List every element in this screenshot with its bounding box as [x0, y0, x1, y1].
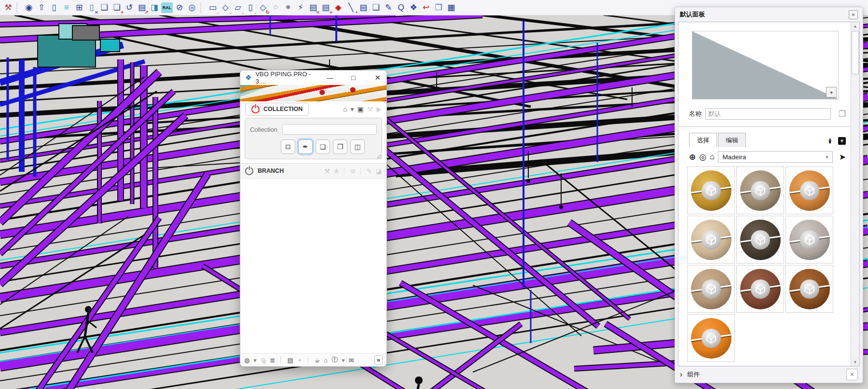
preview-zoom-button[interactable]: + [826, 87, 837, 97]
slab-convert-icon[interactable]: ▱→ [232, 1, 244, 14]
resize-grip-icon[interactable]: ◿ [377, 153, 381, 159]
open-folder-button[interactable]: ❒ [333, 139, 347, 154]
material-swatch-wood-dark-brown[interactable] [736, 216, 784, 264]
sample-target-icon[interactable]: ◎ [699, 152, 706, 162]
secondary-pane-icon[interactable]: + [838, 137, 846, 145]
select-frame-button[interactable]: ⊡ [281, 139, 295, 154]
eraser-icon[interactable]: ◪ [376, 167, 382, 175]
box-convert-icon[interactable]: ▯→ [244, 1, 257, 14]
tab-select[interactable]: 选择 [689, 133, 717, 147]
undo-restore-icon[interactable]: ↺ [123, 1, 136, 14]
material-swatch-wood-bright-orange[interactable] [687, 314, 735, 362]
shape-convert-icon[interactable]: ◇→ [219, 1, 232, 14]
pencil-icon[interactable]: ✎ [367, 167, 372, 175]
bend-arrow-icon[interactable]: ↩ [420, 1, 432, 14]
gift-icon[interactable]: ▣ [357, 105, 363, 113]
cubes-group-icon[interactable]: ❒ [432, 1, 445, 14]
play-icon[interactable]: ▶ [376, 105, 382, 113]
scrollbar-thumb[interactable] [852, 31, 859, 74]
settings-gears-icon[interactable]: ⚙⚙ [261, 357, 266, 364]
new-file-button[interactable]: ❏ [316, 139, 330, 154]
material-swatch-wood-golden-amber[interactable] [687, 167, 735, 214]
mail-icon[interactable]: ✉ [349, 357, 354, 364]
material-name-input[interactable] [705, 108, 831, 120]
cube-logo-icon [702, 230, 721, 250]
sample-paint-icon[interactable]: ✒ [826, 138, 835, 144]
doc-report-icon[interactable]: ❏ [98, 1, 110, 14]
scroll-down-button[interactable]: ▼ [851, 358, 859, 366]
shelf-layers-icon[interactable]: ≡ [60, 1, 73, 14]
language-globe-icon[interactable]: ◍ [244, 357, 249, 364]
save-button[interactable]: ◫ [350, 139, 365, 154]
trash-delete-icon[interactable]: ▯✕ [85, 1, 98, 14]
layers-diamond-icon[interactable]: ◆ [332, 1, 344, 14]
coffee-donate-icon[interactable]: ☕ [315, 357, 320, 364]
material-swatch-wood-orange[interactable] [785, 167, 833, 214]
list-log-icon[interactable]: ▤ [287, 357, 293, 364]
in-model-icon[interactable]: ⌂ [710, 152, 715, 162]
layer-rings-icon[interactable]: ◎ [186, 1, 198, 14]
plugin-connect-icon[interactable]: ✦ [297, 357, 303, 364]
material-swatch-wood-tan[interactable] [687, 265, 735, 313]
bulb-on-icon[interactable]: ⚫ [282, 1, 294, 14]
eyedropper-button[interactable]: ✒ [298, 139, 313, 154]
tag-label-icon[interactable]: ❖ [407, 1, 420, 14]
rect-convert-icon[interactable]: ▭→ [207, 1, 219, 14]
export-box-icon[interactable]: ▤↗ [136, 1, 148, 14]
store-icon[interactable]: ⌂ [324, 357, 328, 364]
dialog-titlebar[interactable]: ❖ VBO PIPING PRO - 3.... — □ ✕ [240, 70, 386, 85]
bulb-off-icon[interactable]: ⚪ [269, 1, 282, 14]
language-dropdown-arrow-icon[interactable]: ▾ [253, 357, 257, 364]
tab-edit[interactable]: 编辑 [718, 133, 746, 147]
close-button[interactable]: ✕ [374, 73, 381, 82]
overflow-chevron-icon[interactable]: » [374, 355, 383, 365]
model-view-bag-icon[interactable]: ◉ [23, 1, 35, 14]
maximize-button[interactable]: □ [351, 74, 355, 82]
plugin-settings-icon[interactable]: ⚒ [2, 1, 14, 14]
grid-window-icon[interactable]: ▦ [445, 1, 457, 14]
ral-colors-icon[interactable]: RAL [161, 2, 173, 13]
model-upload-bag-icon[interactable]: ⇧ [35, 1, 48, 14]
material-swatch-wood-light-beige[interactable] [687, 216, 735, 264]
home-icon[interactable]: ⌂ [343, 105, 347, 113]
layers-stack-icon[interactable]: ▤ [357, 1, 370, 14]
components-section-header[interactable]: › 组件 ✕ [675, 366, 863, 383]
qr-box-icon[interactable]: ⊞ [73, 1, 85, 14]
materials-scrollbar[interactable]: ▲ ▼ [851, 22, 859, 366]
branch-pipe-icon[interactable]: ⋔ [334, 167, 339, 175]
scroll-up-button[interactable]: ▲ [851, 22, 859, 30]
ghost-visibility-icon[interactable]: ⊘ [173, 1, 186, 14]
home-dropdown-arrow-icon[interactable]: ▾ [350, 105, 354, 113]
doc-settings-icon[interactable]: ❏+ [110, 1, 123, 14]
details-arrow-icon[interactable]: ➤ [839, 152, 846, 162]
doc-edit-icon[interactable]: ✎ [382, 1, 395, 14]
search-icon[interactable]: Q [395, 1, 407, 14]
create-material-icon[interactable]: ⊕ [689, 152, 696, 162]
collection-toggle-button[interactable]: COLLECTION [245, 103, 309, 116]
wrench-icon[interactable]: ⚒ [324, 167, 330, 175]
cube-rotate-icon[interactable]: ◇↻ [257, 1, 269, 14]
branch-power-icon[interactable] [245, 167, 253, 175]
material-swatch-wood-gray-taupe[interactable] [736, 167, 784, 214]
cube-export-icon[interactable]: ◨ [148, 1, 161, 14]
duplicate-material-icon[interactable]: ❐ [839, 109, 846, 119]
facebook-dropdown-arrow-icon[interactable]: ▾ [342, 357, 345, 364]
bulb-flash-icon[interactable]: ⚡ [294, 1, 307, 14]
document-icon[interactable]: ❏ [370, 1, 382, 14]
manual-book-icon[interactable]: ≣ [270, 357, 276, 364]
material-category-dropdown[interactable]: Madeira ▾ [718, 151, 832, 163]
material-swatch-wood-red-brown[interactable] [736, 265, 784, 313]
panel-door-icon[interactable]: ▯ [48, 1, 60, 14]
broom-clean-icon[interactable]: ╲• [344, 1, 357, 14]
minimize-button[interactable]: — [327, 74, 333, 82]
facebook-icon[interactable]: ⓕ [331, 356, 338, 364]
material-swatch-wood-chestnut[interactable] [785, 265, 833, 313]
components-close-button[interactable]: ✕ [846, 369, 858, 380]
collection-input[interactable] [282, 124, 377, 135]
panel-close-button[interactable]: ✕ [849, 10, 858, 19]
tools-icon[interactable]: ⚒ [367, 105, 373, 113]
hide-eye-icon[interactable]: ⊘ [350, 167, 356, 175]
layers-add-icon[interactable]: ▤+ [319, 1, 332, 14]
material-swatch-wood-light-gray[interactable] [785, 216, 833, 264]
layers-remove-icon[interactable]: ▤✕ [307, 1, 319, 14]
